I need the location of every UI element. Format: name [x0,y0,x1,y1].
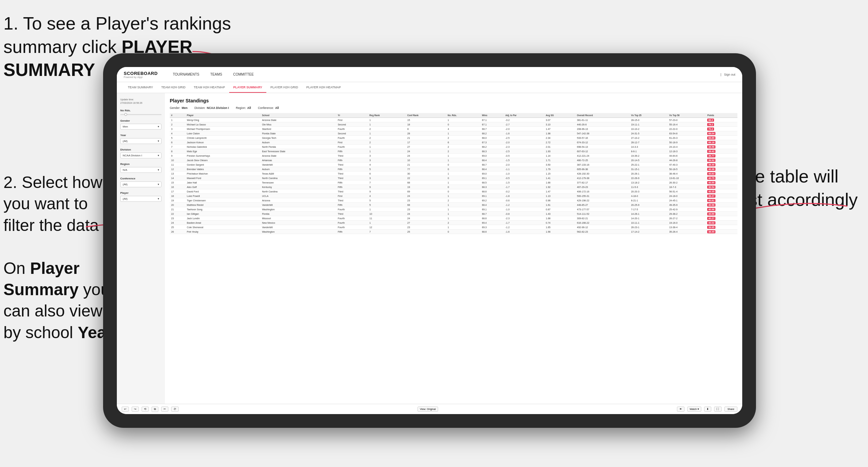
copy-button[interactable]: ⧉ [152,407,158,412]
table-cell: 10 [368,212,406,216]
points-cell: 40.55 [706,180,737,185]
table-cell: 28-12-7 [630,140,668,145]
nav-tournaments[interactable]: TOURNAMENTS [168,71,204,78]
col-player: Player [186,113,261,118]
table-row: 12Brendan ValdesAuburnFifth577068.4-1.11… [170,167,737,171]
table-cell: Luke Powell [186,194,261,198]
player-select[interactable]: (All) ▾ [120,196,162,202]
table-cell: 1.47 [544,189,576,194]
table-cell: 4 [368,194,406,198]
sub-nav-player-h2h-heatmap[interactable]: PLAYER H2H HEATMAP [302,82,345,93]
sign-out-link[interactable]: Sign out [724,73,735,76]
download-button[interactable]: ⬇ [704,407,711,412]
app-header: SCOREBOARD Powered by clippi TOURNAMENTS… [117,67,742,82]
table-cell: Brendan Valdes [186,167,261,171]
cut-button[interactable]: ✂ [161,407,168,412]
table-cell: 24 [406,212,446,216]
sub-nav-team-h2h-heatmap[interactable]: TEAM H2H HEATMAP [190,82,229,93]
share-button[interactable]: Share [724,407,737,412]
filter-region-value: All [247,106,251,110]
table-cell: 18 [170,194,186,198]
table-cell: Jacob Skov Olesen [186,158,261,163]
table-cell: 22 [170,212,186,216]
table-cell: 440-26-6 [576,122,630,127]
chevron-down-icon-3: ▾ [158,154,159,157]
table-cell: 8 [406,127,446,131]
table-cell: -2.3 [504,216,545,221]
table-cell: Fourth [336,136,368,140]
table-cell: 68 [406,203,446,207]
table-cell: 607-63-12 [576,149,630,154]
table-cell: 406-172-16 [576,189,630,194]
slider-track[interactable] [120,114,162,115]
division-select[interactable]: NCAA Division I ▾ [120,153,162,158]
col-record: Overall Record [576,113,630,118]
table-cell: -0.5 [504,176,545,180]
col-rank: # [170,113,186,118]
table-cell: 3.50 [544,163,576,167]
table-cell: 23 [170,216,186,221]
table-cell: Washington [260,207,336,212]
gender-select[interactable]: Men ▾ [120,124,162,130]
table-row: 16Alex GoffKentuckyFifth919068.3-1.71.92… [170,185,737,189]
update-label: Update time: [120,98,134,101]
table-cell: Second [336,122,368,127]
col-points: Points [706,113,737,118]
expand-button[interactable]: ⛶ [714,407,722,412]
annotation1-text1: 1. To see a Player's rankings [3,13,231,33]
table-cell: 0 [446,122,481,127]
sub-nav-player-summary[interactable]: PLAYER SUMMARY [229,82,266,93]
year-select[interactable]: (All) ▾ [120,138,162,144]
table-cell: Fifth [336,203,368,207]
filter-gender: Gender: Men [170,106,188,110]
table-row: 21Taehoon SongWashingtonFourth123169.1-1… [170,207,737,212]
table-body: 1Wenyi DingArizona StateFirst115167.1-3.… [170,118,737,234]
table-cell: David Ford [186,189,261,194]
reset-button[interactable]: ⟲ [142,407,149,412]
col-conf-rank: Conf Rank [406,113,446,118]
table-row: 15Jake HallTennesseeFifth768168.5-1.51.6… [170,180,737,185]
undo-button[interactable]: ↩ [122,407,129,412]
table-cell: 429-198-22 [576,198,630,203]
table-cell: 68.2 [481,131,504,136]
table-row: 9Preston SummerhaysArizona StateThird324… [170,154,737,158]
year-label: Year [120,134,162,137]
table-cell: First [336,140,368,145]
table-cell: -2.0 [504,127,545,131]
table-cell: 18-7-3 [668,185,706,189]
table-cell: 1 [170,118,186,122]
col-reg-rank: Reg Rank [368,113,406,118]
nav-teams[interactable]: TEAMS [205,71,227,78]
region-select[interactable]: N/A ▾ [120,167,162,173]
watch-button[interactable]: Watch ▾ [687,407,701,412]
table-cell: 14-26-1 [630,212,668,216]
table-cell: 412-221-24 [576,154,630,158]
sub-nav-team-h2h-grid[interactable]: TEAM H2H GRID [157,82,190,93]
sub-nav-player-h2h-grid[interactable]: PLAYER H2H GRID [266,82,302,93]
clock-button[interactable]: ⏱ [171,407,179,412]
view-original-button[interactable]: View: Original [418,407,438,412]
nav-committee[interactable]: COMMITTEE [228,71,258,78]
table-cell: Ole Miss [260,122,336,127]
table-row: 14Maxwell FordNorth CarolinaThird322069.… [170,176,737,180]
table-cell: Third [336,212,368,216]
table-cell: 1 [446,194,481,198]
table-cell: -2.7 [504,122,545,127]
conference-select[interactable]: (All) ▾ [120,181,162,187]
points-cell: 38.37 [706,194,737,198]
table-cell: 2.34 [544,136,576,140]
table-cell: 26-30-2 [668,180,706,185]
eye-icon[interactable]: 👁 [677,407,685,412]
table-cell: 10 [170,158,186,163]
table-cell: 16 [170,185,186,189]
table-cell: 68.0 [481,136,504,140]
table-cell: 0 [446,163,481,167]
main-content: Update time: 27/03/2024 16:56:26 No Rds.… [117,93,742,404]
table-cell: 2 [446,198,481,203]
table-cell: 35-26-4 [668,230,706,234]
table-row: 22Ian GilliganFloridaThird1024168.7-0.81… [170,212,737,216]
sub-nav-team-summary[interactable]: TEAM SUMMARY [124,82,157,93]
slider-thumb[interactable] [124,113,127,116]
table-cell: -1.7 [504,185,545,189]
redo-button[interactable]: ↪ [132,407,139,412]
